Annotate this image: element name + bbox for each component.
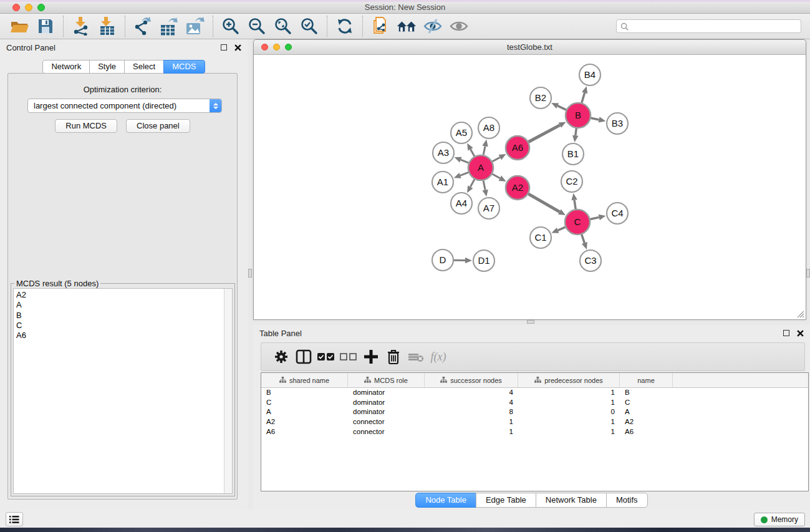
add-column-icon[interactable] <box>360 347 382 367</box>
edge-A2-C[interactable] <box>528 194 559 212</box>
edge-A-A8[interactable] <box>483 146 485 155</box>
delete-table-icon[interactable] <box>405 347 427 367</box>
table-row[interactable]: A6connector11A6 <box>261 427 808 437</box>
table-row[interactable]: Cdominator41C <box>261 398 808 408</box>
copy-network-icon[interactable] <box>370 16 390 36</box>
zoom-out-icon[interactable] <box>247 16 267 36</box>
edge-A-A5[interactable] <box>471 149 475 156</box>
edge-C-C3[interactable] <box>582 235 585 243</box>
table-cell[interactable]: B <box>261 388 348 398</box>
column-header-name[interactable]: name <box>620 373 673 387</box>
table-cell[interactable]: A2 <box>261 417 348 427</box>
network-canvas[interactable]: AA1A2A3A4A5A6A7A8BB1B2B3B4CC1C2C3C4DD1 <box>254 55 806 319</box>
open-folder-icon[interactable] <box>9 16 29 36</box>
edge-C-C2[interactable] <box>574 200 576 209</box>
float-panel-icon[interactable] <box>221 44 227 51</box>
task-history-button[interactable] <box>6 512 23 526</box>
edge-B-B1[interactable] <box>576 128 576 135</box>
tab-style[interactable]: Style <box>89 60 125 74</box>
float-table-panel-icon[interactable] <box>783 330 789 336</box>
table-cell[interactable]: A6 <box>261 427 348 437</box>
tab-edge-table[interactable]: Edge Table <box>476 493 536 508</box>
zoom-selected-icon[interactable] <box>299 16 319 36</box>
table-cell[interactable]: 1 <box>425 427 518 437</box>
table-row[interactable]: A2connector11A2 <box>261 417 808 427</box>
table-cell[interactable]: connector <box>348 417 425 427</box>
export-network-icon[interactable] <box>133 16 153 36</box>
node-table[interactable]: shared nameMCDS rolesuccessor nodesprede… <box>261 372 809 491</box>
table-cell[interactable]: 1 <box>518 417 620 427</box>
edge-A-A7[interactable] <box>483 181 485 190</box>
result-list-item[interactable]: C <box>16 321 232 331</box>
close-panel-icon[interactable] <box>234 44 241 51</box>
criterion-dropdown[interactable]: largest connected component (directed) <box>27 99 222 113</box>
save-icon[interactable] <box>36 16 55 36</box>
close-panel-button[interactable]: Close panel <box>126 119 190 133</box>
edge-B-B3[interactable] <box>591 118 599 120</box>
table-cell[interactable]: A6 <box>620 427 673 437</box>
result-list-item[interactable]: A <box>16 300 232 310</box>
table-cell[interactable]: 1 <box>518 427 620 437</box>
table-cell[interactable]: 4 <box>425 388 518 398</box>
result-list-scrollbar[interactable] <box>224 289 232 493</box>
tab-mcds[interactable]: MCDS <box>163 60 205 74</box>
table-cell[interactable]: A2 <box>620 417 673 427</box>
export-table-icon[interactable] <box>159 16 179 36</box>
table-cell[interactable]: dominator <box>348 407 425 417</box>
table-cell[interactable]: dominator <box>348 388 425 398</box>
table-row[interactable]: Bdominator41B <box>261 388 808 398</box>
edge-A-A2[interactable] <box>492 174 499 178</box>
function-builder-icon[interactable]: f(x) <box>427 347 450 367</box>
table-cell[interactable]: 8 <box>425 407 518 417</box>
table-cell[interactable]: 0 <box>518 407 620 417</box>
import-network-icon[interactable] <box>71 16 91 36</box>
table-row[interactable]: Adominator80A <box>261 407 808 417</box>
table-cell[interactable]: B <box>620 388 673 398</box>
edge-A-A3[interactable] <box>461 160 469 163</box>
run-mcds-button[interactable]: Run MCDS <box>55 119 117 133</box>
mcds-result-list[interactable]: A2ABCA6 <box>13 288 233 494</box>
tab-network-table[interactable]: Network Table <box>536 493 607 508</box>
close-table-panel-icon[interactable] <box>797 330 804 337</box>
tab-motifs[interactable]: Motifs <box>606 493 648 508</box>
search-field[interactable] <box>616 19 801 33</box>
edge-A-A4[interactable] <box>470 179 475 186</box>
tab-network[interactable]: Network <box>42 60 90 74</box>
result-list-item[interactable]: A2 <box>16 290 232 300</box>
refresh-icon[interactable] <box>335 16 355 36</box>
edge-B-B2[interactable] <box>557 106 566 110</box>
table-cell[interactable]: 4 <box>425 398 518 408</box>
memory-button[interactable]: Memory <box>754 513 805 526</box>
export-image-icon[interactable] <box>185 16 205 36</box>
result-list-item[interactable]: B <box>16 311 232 321</box>
import-table-icon[interactable] <box>97 16 117 36</box>
table-settings-gear-icon[interactable] <box>270 347 292 367</box>
table-cell[interactable]: dominator <box>348 398 425 408</box>
table-cell[interactable]: A <box>620 407 673 417</box>
column-header-successor-nodes[interactable]: successor nodes <box>425 373 518 387</box>
edge-A-A6[interactable] <box>492 157 499 162</box>
deselect-all-checkboxes-icon[interactable] <box>337 347 360 367</box>
table-cell[interactable]: connector <box>348 427 425 437</box>
delete-column-trash-icon[interactable] <box>382 347 405 367</box>
table-cell[interactable]: A <box>261 407 348 417</box>
table-cell[interactable]: C <box>620 398 673 408</box>
edge-B-B4[interactable] <box>582 93 585 103</box>
table-header-row[interactable]: shared nameMCDS rolesuccessor nodesprede… <box>261 373 808 388</box>
edge-A-A1[interactable] <box>460 172 468 175</box>
split-table-icon[interactable] <box>292 347 315 367</box>
select-all-checkboxes-icon[interactable] <box>315 347 337 367</box>
network-overview-icon[interactable] <box>397 16 417 36</box>
show-eye-icon[interactable] <box>449 16 469 36</box>
hide-eye-icon[interactable] <box>423 16 443 36</box>
zoom-in-icon[interactable] <box>221 16 241 36</box>
network-graph[interactable]: AA1A2A3A4A5A6A7A8BB1B2B3B4CC1C2C3C4DD1 <box>254 55 806 319</box>
edge-A6-B[interactable] <box>529 125 560 142</box>
left-splitter-handle[interactable] <box>248 269 252 278</box>
table-cell[interactable]: 1 <box>518 398 620 408</box>
zoom-fit-icon[interactable] <box>273 16 293 36</box>
result-list-item[interactable]: A6 <box>16 331 232 341</box>
table-cell[interactable]: 1 <box>518 388 620 398</box>
tab-node-table[interactable]: Node Table <box>415 493 476 508</box>
column-header-MCDS-role[interactable]: MCDS role <box>348 373 425 387</box>
